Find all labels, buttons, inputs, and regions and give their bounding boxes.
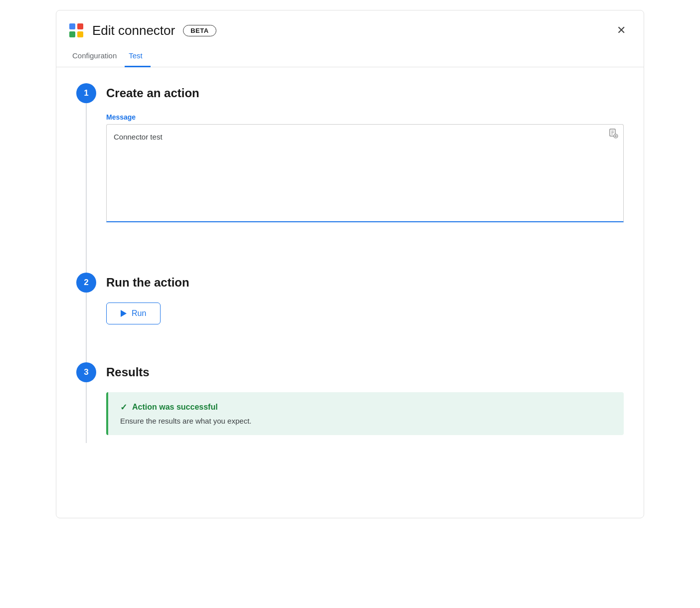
run-button-label: Run: [132, 309, 146, 318]
step-2-row: 2 Run the action Run: [76, 273, 624, 362]
page-title: Edit connector: [92, 23, 175, 38]
logo-icon: [68, 22, 84, 38]
svg-rect-3: [77, 31, 83, 37]
step-1-circle: 1: [76, 83, 96, 103]
success-text: Action was successful: [132, 403, 218, 412]
step-2-circle: 2: [76, 273, 96, 293]
tab-configuration[interactable]: Configuration: [68, 47, 125, 67]
header-left: Edit connector BETA: [68, 22, 216, 38]
step-1-row: 1 Create an action Message: [76, 83, 624, 273]
step-3-content: Results ✓ Action was successful Ensure t…: [106, 362, 624, 443]
beta-badge: BETA: [183, 25, 216, 36]
step-1-line: [86, 103, 87, 273]
message-label: Message: [106, 113, 624, 121]
step-3-row: 3 Results ✓ Action was successful Ensure…: [76, 362, 624, 443]
message-textarea[interactable]: [107, 125, 623, 219]
close-button[interactable]: ✕: [615, 23, 628, 38]
svg-rect-1: [77, 23, 83, 29]
step-2-title: Run the action: [106, 273, 624, 293]
step-2-content: Run the action Run: [106, 273, 624, 362]
step-2-indicator: 2: [76, 273, 96, 362]
play-icon: [121, 310, 127, 317]
header: Edit connector BETA ✕: [56, 10, 644, 38]
step-2-line: [86, 293, 87, 362]
template-icon: [608, 129, 618, 139]
results-subtitle: Ensure the results are what you expect.: [120, 417, 612, 425]
step-3-circle: 3: [76, 362, 96, 382]
results-box: ✓ Action was successful Ensure the resul…: [106, 392, 624, 435]
step-1-content: Create an action Message: [106, 83, 624, 273]
step-3-title: Results: [106, 362, 624, 382]
tabs-bar: Configuration Test: [56, 47, 644, 67]
svg-rect-0: [69, 23, 75, 29]
message-field-wrapper: [106, 124, 624, 222]
svg-rect-2: [69, 31, 75, 37]
tab-test[interactable]: Test: [125, 47, 151, 67]
main-content: 1 Create an action Message: [56, 67, 644, 459]
step-1-indicator: 1: [76, 83, 96, 273]
step-3-line: [86, 382, 87, 443]
check-icon: ✓: [120, 402, 127, 413]
step-1-title: Create an action: [106, 83, 624, 103]
success-line: ✓ Action was successful: [120, 402, 612, 413]
run-button[interactable]: Run: [106, 303, 161, 324]
add-template-icon-button[interactable]: [608, 129, 618, 141]
step-3-indicator: 3: [76, 362, 96, 443]
